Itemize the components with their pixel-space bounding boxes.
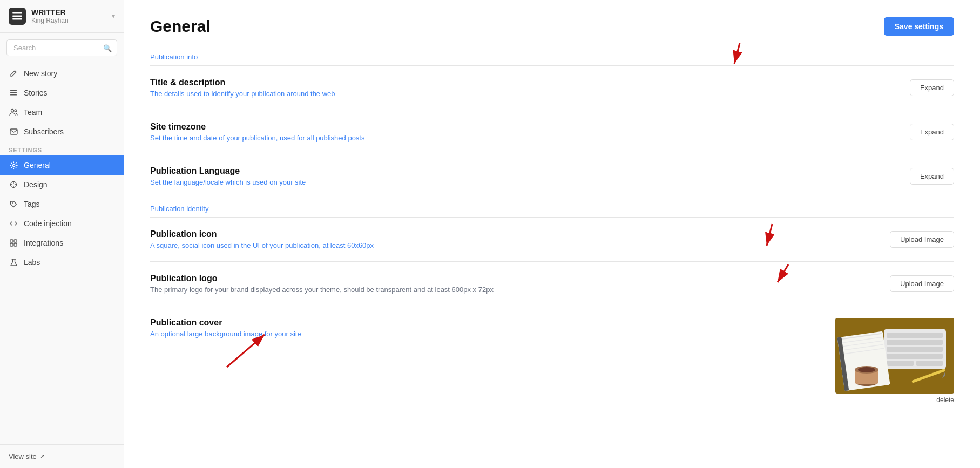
publication-logo-row: Publication logo The primary logo for yo… xyxy=(150,262,954,306)
publication-identity-section: Publication identity Publication icon A … xyxy=(150,205,954,416)
search-icon: 🔍 xyxy=(103,44,112,52)
svg-rect-22 xyxy=(887,347,943,352)
svg-rect-8 xyxy=(10,129,17,134)
sidebar-item-label: Subscribers xyxy=(24,127,64,136)
sidebar-item-labs[interactable]: Labs xyxy=(0,253,124,272)
svg-rect-3 xyxy=(10,90,17,91)
row-info: Title & description The details used to … xyxy=(150,78,335,98)
site-timezone-row: Site timezone Set the time and date of y… xyxy=(150,110,954,154)
row-title: Publication cover xyxy=(150,318,301,328)
svg-rect-25 xyxy=(916,361,943,366)
publication-cover-row: Publication cover An optional large back… xyxy=(150,306,954,416)
sidebar-item-design[interactable]: Design xyxy=(0,175,124,194)
svg-rect-23 xyxy=(887,354,943,359)
sidebar-item-stories[interactable]: Stories xyxy=(0,83,124,103)
svg-rect-14 xyxy=(10,243,13,246)
svg-rect-15 xyxy=(14,243,17,246)
view-site-label: View site xyxy=(9,452,37,460)
svg-point-11 xyxy=(12,202,13,204)
chevron-down-icon[interactable]: ▾ xyxy=(112,12,115,20)
row-title: Title & description xyxy=(150,78,335,87)
expand-language-button[interactable]: Expand xyxy=(910,168,954,185)
sidebar-item-label: General xyxy=(24,161,51,169)
upload-icon-button[interactable]: Upload Image xyxy=(890,231,954,248)
upload-logo-button[interactable]: Upload Image xyxy=(890,275,954,292)
tag-icon xyxy=(9,199,18,209)
page-title: General xyxy=(150,17,211,36)
external-link-icon: ↗ xyxy=(40,453,45,460)
row-info: Publication logo The primary logo for yo… xyxy=(150,274,494,294)
row-desc: The primary logo for your brand displaye… xyxy=(150,286,494,294)
row-desc: Set the language/locale which is used on… xyxy=(150,178,306,186)
svg-rect-1 xyxy=(12,16,22,17)
code-icon xyxy=(9,219,18,228)
main-content: General Save settings Publication info T… xyxy=(124,0,980,468)
sidebar-item-tags[interactable]: Tags xyxy=(0,194,124,214)
publication-language-row: Publication Language Set the language/lo… xyxy=(150,154,954,192)
gear-icon xyxy=(9,160,18,170)
sidebar-item-code-injection[interactable]: Code injection xyxy=(0,214,124,233)
svg-rect-0 xyxy=(12,12,22,14)
row-title: Site timezone xyxy=(150,122,364,132)
pub-identity-label: Publication identity xyxy=(150,205,954,213)
pub-info-label: Publication info xyxy=(150,53,954,61)
expand-title-button[interactable]: Expand xyxy=(910,79,954,96)
publication-info-section: Publication info Title & description The… xyxy=(150,53,954,192)
svg-rect-24 xyxy=(887,361,914,366)
main-header: General Save settings xyxy=(150,17,954,36)
team-icon xyxy=(9,107,18,117)
sidebar-item-label: Integrations xyxy=(24,239,63,247)
sidebar-item-team[interactable]: Team xyxy=(0,103,124,122)
labs-icon xyxy=(9,257,18,267)
sidebar-item-label: Code injection xyxy=(24,219,72,228)
cover-image-col: delete xyxy=(835,318,954,404)
list-icon xyxy=(9,88,18,98)
sidebar-item-label: Tags xyxy=(24,200,40,208)
svg-point-6 xyxy=(11,110,14,112)
expand-timezone-button[interactable]: Expand xyxy=(910,124,954,140)
row-info: Site timezone Set the time and date of y… xyxy=(150,122,364,142)
sidebar-footer: View site ↗ xyxy=(0,444,124,468)
settings-section-label: SETTINGS xyxy=(0,141,124,155)
row-info: Publication icon A square, social icon u… xyxy=(150,229,374,249)
sidebar-item-new-story[interactable]: New story xyxy=(0,64,124,83)
svg-rect-2 xyxy=(12,18,22,20)
row-desc: Set the time and date of your publicatio… xyxy=(150,134,364,142)
app-name: WRITTER xyxy=(31,8,106,17)
cover-image xyxy=(835,318,954,394)
svg-point-9 xyxy=(12,164,15,166)
view-site-link[interactable]: View site ↗ xyxy=(9,452,115,460)
svg-rect-4 xyxy=(10,92,17,93)
user-name: King Rayhan xyxy=(31,17,106,24)
sidebar-item-label: Labs xyxy=(24,258,40,267)
sidebar-item-label: Team xyxy=(24,108,42,117)
sidebar-item-general[interactable]: General xyxy=(0,155,124,175)
svg-rect-13 xyxy=(14,240,17,242)
svg-rect-5 xyxy=(10,94,17,96)
design-icon xyxy=(9,180,18,189)
sidebar-nav: New story Stories Team Subscribers SETTI… xyxy=(0,59,124,444)
row-title: Publication logo xyxy=(150,274,494,283)
sidebar: WRITTER King Rayhan ▾ 🔍 New story Storie… xyxy=(0,0,124,468)
row-desc: The details used to identify your public… xyxy=(150,90,335,98)
sidebar-item-subscribers[interactable]: Subscribers xyxy=(0,122,124,141)
row-title: Publication Language xyxy=(150,166,306,176)
svg-rect-12 xyxy=(10,240,13,242)
sidebar-header: WRITTER King Rayhan ▾ xyxy=(0,0,124,33)
sidebar-item-label: New story xyxy=(24,69,57,78)
sidebar-item-label: Stories xyxy=(24,89,48,97)
save-settings-button[interactable]: Save settings xyxy=(884,17,954,36)
svg-rect-21 xyxy=(887,340,943,345)
sidebar-item-label: Design xyxy=(24,180,48,189)
pen-icon xyxy=(9,69,18,78)
cover-delete-button[interactable]: delete xyxy=(936,396,954,404)
row-desc: An optional large background image for y… xyxy=(150,330,301,338)
search-container: 🔍 xyxy=(6,39,117,56)
row-title: Publication icon xyxy=(150,229,374,239)
publication-icon-row: Publication icon A square, social icon u… xyxy=(150,218,954,262)
row-info: Publication Language Set the language/lo… xyxy=(150,166,306,186)
search-input[interactable] xyxy=(6,39,117,56)
svg-point-36 xyxy=(858,367,875,372)
integrations-icon xyxy=(9,238,18,248)
sidebar-item-integrations[interactable]: Integrations xyxy=(0,233,124,253)
